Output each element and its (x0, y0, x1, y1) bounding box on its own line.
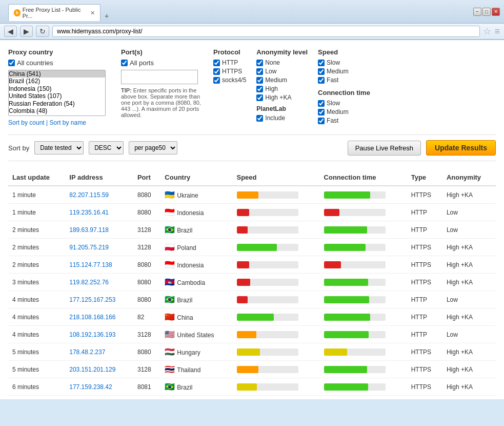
flag-icon: 🇧🇷 (165, 295, 175, 304)
anonymity-filter: Anonymity level None Low Medium High Hig… (256, 48, 308, 123)
protocol-socks-checkbox[interactable] (213, 77, 220, 84)
ip-link[interactable]: 82.207.115.59 (69, 191, 109, 199)
per-page-select[interactable]: per page50 per page30 per page20 (129, 141, 177, 154)
cell-anonymity: High +KA (442, 256, 496, 274)
close-button[interactable]: ✕ (492, 8, 500, 16)
ip-link[interactable]: 91.205.75.219 (69, 244, 109, 251)
ip-link[interactable]: 119.235.16.41 (69, 209, 109, 216)
conn-slow-checkbox[interactable] (318, 100, 325, 107)
cell-ip[interactable]: 91.205.75.219 (65, 239, 133, 256)
cell-ip[interactable]: 178.48.2.237 (65, 343, 133, 361)
conn-medium-checkbox[interactable] (318, 109, 325, 115)
cell-ip[interactable]: 189.63.97.118 (65, 221, 133, 239)
anon-highka-checkbox[interactable] (256, 94, 263, 101)
country-list[interactable]: China (541) Brazil (162) Indonesia (150)… (8, 70, 106, 116)
minimize-button[interactable]: − (473, 8, 481, 16)
port-input[interactable] (121, 70, 198, 84)
all-ports-label: All ports (130, 59, 154, 67)
cell-anonymity: High +KA (442, 239, 496, 256)
all-countries-row: All countries (8, 59, 111, 67)
cell-ip[interactable]: 108.192.136.193 (65, 326, 133, 343)
all-ports-row: All ports (121, 59, 203, 67)
col-ip-address: IP address (65, 169, 133, 186)
ip-link[interactable]: 108.192.136.193 (69, 331, 115, 338)
all-countries-checkbox[interactable] (8, 60, 15, 66)
conn-bar-container (324, 244, 386, 251)
menu-icon[interactable]: ≡ (494, 26, 500, 37)
cell-ip[interactable]: 177.125.167.253 (65, 291, 133, 308)
ip-link[interactable]: 189.63.97.118 (69, 226, 109, 234)
cell-anonymity: High +KA (442, 308, 496, 326)
cell-anonymity: High +KA (442, 343, 496, 361)
cell-ip[interactable]: 203.151.201.129 (65, 361, 133, 378)
anon-low-checkbox[interactable] (256, 68, 263, 75)
anon-medium-checkbox[interactable] (256, 77, 263, 84)
cell-ip[interactable]: 115.124.77.138 (65, 256, 133, 274)
cell-ip[interactable]: 82.207.115.59 (65, 186, 133, 204)
cell-last-update: 2 minutes (8, 221, 65, 239)
protocol-label: Protocol (213, 48, 246, 56)
conn-fast-checkbox[interactable] (318, 118, 325, 124)
maximize-button[interactable]: □ (482, 8, 491, 16)
conn-bar-container (324, 279, 386, 286)
cell-connection-time (320, 186, 407, 204)
speed-bar-fill (237, 244, 277, 251)
cell-ip[interactable]: 218.108.168.166 (65, 308, 133, 326)
ip-link[interactable]: 178.48.2.237 (69, 348, 105, 356)
cell-anonymity: Low (442, 221, 496, 239)
cell-ip[interactable]: 177.159.238.42 (65, 378, 133, 396)
new-tab-button[interactable]: + (102, 11, 112, 21)
update-results-button[interactable]: Update Results (426, 140, 496, 156)
forward-button[interactable]: ▶ (20, 26, 33, 37)
cell-country: 🇧🇷Brazil (160, 291, 232, 308)
address-bar[interactable] (52, 26, 480, 37)
star-icon[interactable]: ☆ (483, 26, 491, 37)
conn-bar-fill (324, 296, 370, 303)
protocol-http-checkbox[interactable] (213, 60, 220, 66)
cell-type: HTTP (407, 221, 442, 239)
conn-bar-fill (324, 279, 368, 286)
cell-port: 3128 (133, 221, 160, 239)
cell-connection-time (320, 308, 407, 326)
speed-slow-checkbox[interactable] (318, 60, 325, 66)
ports-label: Port(s) (121, 48, 203, 56)
planetlab-include-checkbox[interactable] (256, 115, 263, 122)
anon-none-checkbox[interactable] (256, 60, 263, 66)
active-tab[interactable]: h Free Proxy List - Public Pr... ✕ (8, 4, 100, 21)
sort-field-select[interactable]: Date tested (34, 141, 84, 154)
back-button[interactable]: ◀ (4, 26, 17, 37)
cell-connection-time (320, 361, 407, 378)
refresh-button[interactable]: ↻ (36, 26, 49, 37)
cell-type: HTTPS (407, 343, 442, 361)
cell-ip[interactable]: 119.82.252.76 (65, 274, 133, 291)
cell-ip[interactable]: 119.235.16.41 (65, 204, 133, 221)
cell-connection-time (320, 343, 407, 361)
ip-link[interactable]: 177.125.167.253 (69, 296, 115, 303)
ip-link[interactable]: 218.108.168.166 (69, 314, 115, 321)
speed-medium-checkbox[interactable] (318, 68, 325, 75)
protocol-https-checkbox[interactable] (213, 68, 220, 75)
ip-link[interactable]: 115.124.77.138 (69, 261, 112, 268)
conn-bar-container (324, 366, 386, 373)
col-country: Country (160, 169, 232, 186)
ip-link[interactable]: 177.159.238.42 (69, 383, 112, 391)
speed-fast-checkbox[interactable] (318, 77, 325, 84)
ip-link[interactable]: 119.82.252.76 (69, 279, 109, 286)
sort-order-select[interactable]: DESC ASC (89, 141, 124, 154)
all-ports-checkbox[interactable] (121, 60, 128, 66)
sort-by-count-link[interactable]: Sort by count (8, 119, 45, 126)
table-row: 2 minutes 189.63.97.118 3128 🇧🇷Brazil HT… (8, 221, 496, 239)
tab-close-icon[interactable]: ✕ (90, 10, 95, 16)
conn-medium-row: Medium (318, 108, 370, 115)
sort-by-name-link[interactable]: Sort by name (50, 119, 86, 126)
conn-bar-fill (324, 261, 341, 268)
pause-live-refresh-button[interactable]: Pause Live Refresh (348, 141, 421, 156)
cell-last-update: 5 minutes (8, 361, 65, 378)
tab-favicon: h (14, 9, 21, 16)
speed-bar-fill (237, 331, 256, 338)
speed-bar-fill (237, 314, 274, 321)
ip-link[interactable]: 203.151.201.129 (69, 366, 115, 373)
anon-high-checkbox[interactable] (256, 86, 263, 92)
conn-bar-fill (324, 366, 367, 373)
cell-speed (233, 291, 320, 308)
